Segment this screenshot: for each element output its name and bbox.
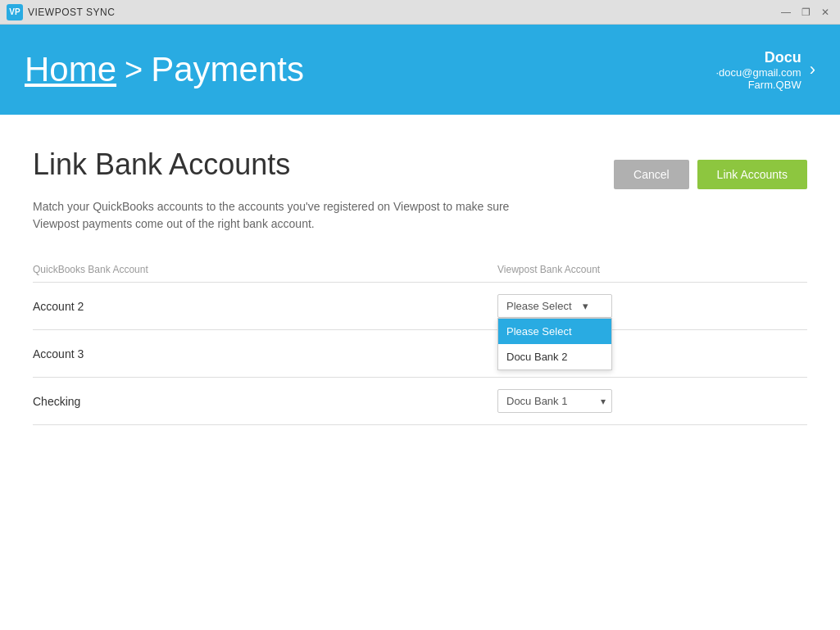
account-name: Account 3	[33, 330, 497, 378]
link-accounts-button[interactable]: Link Accounts	[697, 160, 807, 189]
col-header-vp: Viewpost Bank Account	[497, 257, 807, 283]
user-details: Docu ·docu@gmail.com Farm.QBW	[715, 49, 801, 91]
table-row: Checking Please Select Docu Bank 1 Docu …	[33, 378, 807, 425]
accounts-table: QuickBooks Bank Account Viewpost Bank Ac…	[33, 257, 807, 425]
cancel-button[interactable]: Cancel	[614, 160, 689, 189]
user-chevron-icon[interactable]: ›	[810, 59, 815, 80]
minimize-button[interactable]: —	[778, 4, 794, 20]
account2-dropdown-wrapper: Please Select ▾ Please Select Docu Bank …	[497, 294, 612, 318]
title-bar-left: VP VIEWPOST SYNC	[7, 4, 115, 20]
checking-select-wrapper: Please Select Docu Bank 1 Docu Bank 2 ▾	[497, 389, 612, 413]
window-controls: — ❐ ✕	[778, 4, 833, 20]
dropdown-arrow-icon: ▾	[583, 300, 588, 312]
app-title: VIEWPOST SYNC	[28, 7, 115, 18]
app-header: Home > Payments Docu ·docu@gmail.com Far…	[0, 25, 840, 115]
account2-dropdown-list: Please Select Docu Bank 2	[497, 318, 612, 370]
dropdown-option-docu-bank-2[interactable]: Docu Bank 2	[498, 344, 611, 369]
dropdown-option-please-select[interactable]: Please Select	[498, 319, 611, 344]
user-email: ·docu@gmail.com	[715, 66, 801, 79]
checking-select[interactable]: Please Select Docu Bank 1 Docu Bank 2	[497, 389, 612, 413]
account-name: Account 2	[33, 283, 497, 330]
user-file: Farm.QBW	[715, 79, 801, 91]
user-name: Docu	[715, 49, 801, 66]
table-row: Account 2 Please Select ▾ Please Select …	[33, 283, 807, 330]
user-info-panel: Docu ·docu@gmail.com Farm.QBW ›	[715, 49, 815, 91]
maximize-button[interactable]: ❐	[797, 4, 814, 20]
table-header-row: QuickBooks Bank Account Viewpost Bank Ac…	[33, 257, 807, 283]
breadcrumb-arrow: >	[125, 52, 143, 88]
action-buttons: Cancel Link Accounts	[614, 160, 807, 189]
account2-selected-value: Please Select	[506, 300, 572, 312]
breadcrumb: Home > Payments	[25, 50, 304, 89]
col-header-qb: QuickBooks Bank Account	[33, 257, 497, 283]
account-name: Checking	[33, 378, 497, 425]
checking-select-cell: Please Select Docu Bank 1 Docu Bank 2 ▾	[497, 378, 807, 425]
title-bar: VP VIEWPOST SYNC — ❐ ✕	[0, 0, 840, 25]
account2-select-cell: Please Select ▾ Please Select Docu Bank …	[497, 283, 807, 330]
description-text: Match your QuickBooks accounts to the ac…	[33, 198, 557, 233]
home-link[interactable]: Home	[25, 50, 116, 89]
table-row: Account 3 Please Select Docu Bank 1 Docu…	[33, 330, 807, 378]
page-name: Payments	[151, 50, 304, 89]
close-button[interactable]: ✕	[817, 4, 833, 20]
app-logo: VP	[7, 4, 23, 20]
account2-dropdown-trigger[interactable]: Please Select ▾	[497, 294, 612, 318]
main-content: Link Bank Accounts Match your QuickBooks…	[0, 115, 840, 630]
